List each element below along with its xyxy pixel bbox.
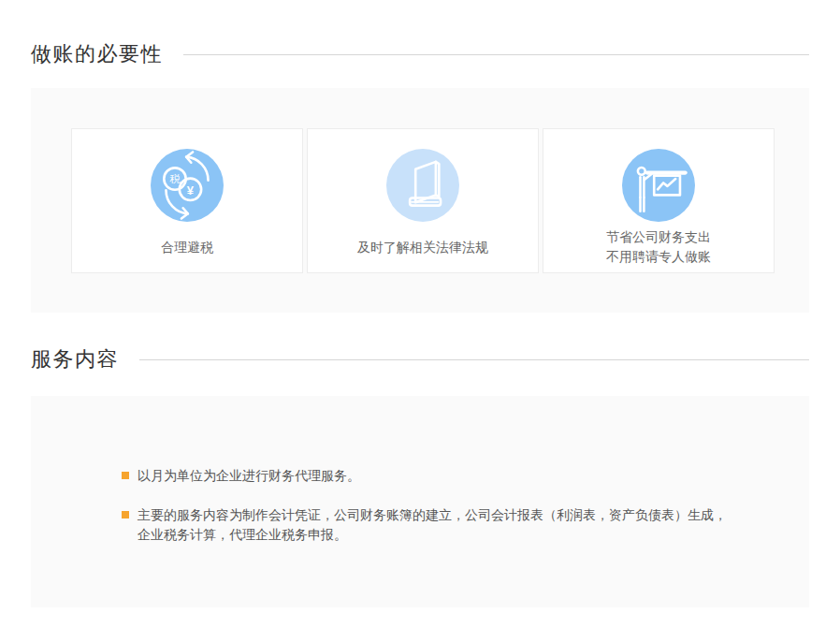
card-label: 节省公司财务支出 不用聘请专人做账 xyxy=(543,222,774,272)
card-label-line2: 不用聘请专人做账 xyxy=(606,247,711,267)
section-title-necessity: 做账的必要性 xyxy=(31,40,163,68)
yen-coin-glyph: ¥ xyxy=(187,183,195,197)
section-title-services: 服务内容 xyxy=(31,345,119,373)
services-panel: 以月为单位为企业进行财务代理服务。 主要的服务内容为制作会计凭证，公司财务账簿的… xyxy=(31,396,809,607)
list-item: 主要的服务内容为制作会计凭证，公司财务账簿的建立，公司会计报表（利润表，资产负债… xyxy=(122,505,729,545)
tax-exchange-icon: 税 ¥ xyxy=(151,149,224,222)
benefit-card-law: 及时了解相关法律法规 xyxy=(307,128,539,273)
card-label-line1: 合理避税 xyxy=(161,238,213,257)
benefit-cards-row: 税 ¥ 合理避税 xyxy=(71,128,775,273)
benefit-card-savings: 节省公司财务支出 不用聘请专人做账 xyxy=(543,128,775,273)
card-label-line1: 节省公司财务支出 xyxy=(606,227,711,247)
divider-line xyxy=(139,359,809,360)
card-label: 合理避税 xyxy=(72,222,302,272)
section-header-services: 服务内容 xyxy=(31,347,809,372)
page: 做账的必要性 税 ¥ xyxy=(0,0,840,628)
service-bullet-list: 以月为单位为企业进行财务代理服务。 主要的服务内容为制作会计凭证，公司财务账簿的… xyxy=(122,466,729,545)
bullet-text: 以月为单位为企业进行财务代理服务。 xyxy=(138,466,360,486)
bullet-square-icon xyxy=(122,511,129,518)
benefit-card-tax: 税 ¥ 合理避税 xyxy=(71,128,303,273)
necessity-panel: 税 ¥ 合理避税 xyxy=(31,88,809,313)
divider-line xyxy=(183,54,809,55)
presentation-chart-icon xyxy=(622,149,695,222)
section-header-necessity: 做账的必要性 xyxy=(31,42,809,66)
card-label-line1: 及时了解相关法律法规 xyxy=(357,238,488,257)
tax-coin-glyph: 税 xyxy=(168,173,181,184)
bullet-square-icon xyxy=(122,472,129,479)
card-label: 及时了解相关法律法规 xyxy=(308,222,538,272)
bullet-text: 主要的服务内容为制作会计凭证，公司财务账簿的建立，公司会计报表（利润表，资产负债… xyxy=(138,505,729,545)
list-item: 以月为单位为企业进行财务代理服务。 xyxy=(122,466,729,486)
law-book-icon xyxy=(386,149,459,222)
